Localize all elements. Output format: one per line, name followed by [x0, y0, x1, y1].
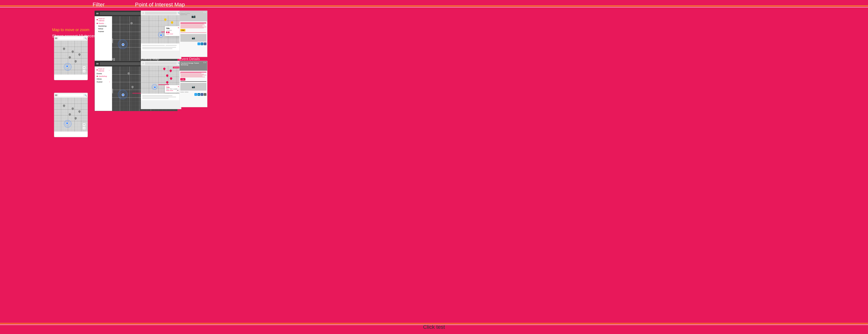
popup-title-upper: Title: [166, 27, 179, 29]
map-add-btn[interactable]: +: [176, 89, 180, 92]
filter-show-lower[interactable]: #show: [96, 78, 111, 80]
pink-pin-2[interactable]: [169, 69, 172, 72]
filter-career-lower[interactable]: #career ›: [96, 80, 111, 83]
search-icon-mobile: 🔍: [85, 37, 87, 39]
cite-btn-lower[interactable]: Cite: [180, 78, 185, 81]
cite-btn-upper[interactable]: Cite: [180, 29, 185, 31]
hamburger-map-lower[interactable]: [96, 63, 99, 65]
pink-pin-5[interactable]: [166, 81, 168, 84]
filter-career[interactable]: #career: [96, 30, 111, 33]
read-more-upper[interactable]: read more: [166, 33, 179, 35]
zoom-out[interactable]: −: [83, 69, 86, 73]
map-pin-5[interactable]: [74, 60, 77, 63]
lower-dark-pin-3[interactable]: [131, 86, 134, 88]
zoom-in[interactable]: +: [83, 66, 86, 69]
linkedin-icon-lower[interactable]: in: [197, 93, 200, 96]
lower-dark-pin-1[interactable]: [127, 72, 130, 75]
bottom-line-yellow: [0, 323, 868, 324]
user-loc-mobile-lower: [66, 122, 68, 124]
dark-pin-1[interactable]: [130, 22, 133, 25]
user-loc-dark-lower: [122, 93, 124, 96]
poi-map-label: Point of Interest Map: [135, 2, 185, 8]
info-action-icons-lower: ☷ ✕: [203, 62, 207, 63]
facebook-icon-upper[interactable]: f: [204, 43, 207, 45]
twitter-icon-upper[interactable]: t: [197, 43, 200, 45]
user-loc-dark: [122, 43, 124, 46]
info-small-image-lower: 📷: [180, 83, 207, 91]
lower-section-label-right: Event Details: [179, 57, 200, 61]
lower-mobile-pin-1[interactable]: [63, 105, 65, 107]
detail-panel-upper: 🔍 ✕ Title Location read more: [141, 10, 181, 59]
action-label-lower: Action: [180, 91, 184, 93]
search-icon-mobile-lower: 🔍: [85, 94, 87, 96]
detail-panel-lower: 🔍 workshop ✕ Title Date Time: [141, 61, 181, 109]
filter-label: Filter: [93, 2, 104, 8]
top-line-white: [0, 7, 868, 7]
action-label-2-lower: Action: [185, 91, 188, 93]
social-row-lower: t in f ...: [180, 93, 207, 96]
filter-poi[interactable]: Point of Interest: [96, 18, 111, 22]
collapse-panel-btn[interactable]: ‹: [112, 38, 113, 43]
zoom-in-lower[interactable]: +: [83, 123, 86, 126]
zoom-controls-mobile[interactable]: + −: [83, 66, 86, 73]
lower-section-label-left: Events listing: [94, 57, 115, 61]
mobile-wireframe-upper: 🔍 + −: [54, 36, 88, 80]
info-title-lower: Facebook Design Trainer Workshop: [181, 62, 206, 66]
twitter-icon-lower[interactable]: t: [194, 93, 197, 96]
popup-card-upper[interactable]: ✕ Title Location read more: [165, 26, 180, 36]
lower-mobile-pin-3[interactable]: [78, 110, 81, 113]
bottom-label: Click test: [423, 324, 445, 330]
social-row-upper: t in f: [180, 42, 207, 46]
filter-show[interactable]: #show: [96, 27, 111, 30]
lower-mobile-pin-4[interactable]: [69, 113, 71, 116]
info-panel-upper: 📷 Buggy Rolx Alpine Adfa ☷ ✕ Cite 📷 t in…: [179, 10, 207, 57]
top-line-orange: [0, 6, 868, 6]
zoom-out-lower[interactable]: −: [83, 127, 86, 130]
hamburger-mobile-lower[interactable]: [55, 94, 57, 96]
user-location-dot: [66, 65, 68, 67]
user-loc-detail: [160, 34, 162, 36]
collapse-panel-btn-lower[interactable]: ‹: [112, 89, 113, 93]
filter-poi-lower[interactable]: Point of Interest ⌄: [96, 67, 111, 72]
map-pin-1[interactable]: [63, 48, 65, 50]
filter-events[interactable]: Events ›: [96, 22, 111, 25]
yellow-pin-1[interactable]: [164, 18, 166, 21]
filter-events-lower[interactable]: Events: [96, 72, 111, 75]
hamburger-map-upper[interactable]: [96, 13, 99, 15]
popup-date: Date: [166, 88, 169, 90]
lower-section-label-mid: Events Map: [141, 57, 159, 61]
lower-mobile-pin-2[interactable]: [71, 107, 74, 110]
popup-location-upper: Location: [166, 29, 179, 31]
linkedin-icon-upper[interactable]: in: [200, 43, 203, 45]
map-pin-3[interactable]: [78, 53, 81, 56]
zoom-controls-mobile-lower[interactable]: + −: [83, 123, 86, 130]
popup-close-upper[interactable]: ✕: [178, 27, 179, 29]
info-panel-lower: Facebook Design Trainer Workshop ☷ ✕ Cit…: [179, 61, 207, 107]
extra-icon-lower[interactable]: ...: [204, 93, 207, 96]
hamburger-mobile-upper[interactable]: [55, 37, 57, 39]
pink-pin-3[interactable]: [166, 74, 168, 77]
info-title-upper: Buggy Rolx Alpine Adfa: [180, 11, 190, 15]
popup-title-lower: Title: [166, 86, 179, 88]
map-pin-2[interactable]: [71, 50, 74, 53]
info-action-icons: ☷ ✕: [203, 11, 207, 13]
popup-close-lower[interactable]: ✕: [178, 86, 179, 88]
lower-mobile-pin-5[interactable]: [74, 117, 77, 120]
filter-workshop[interactable]: #workshop: [96, 25, 111, 27]
workshop-badge-lower: workshop: [173, 67, 180, 68]
top-line-yellow: [0, 5, 868, 6]
facebook-icon-lower[interactable]: f: [200, 93, 203, 96]
filter-workshop-lower[interactable]: #workshop: [96, 75, 111, 78]
popup-time: Time: [169, 88, 173, 90]
user-loc-detail-lower: [154, 86, 156, 89]
pink-pin-1[interactable]: [163, 67, 165, 70]
mobile-wireframe-lower: 🔍 + −: [54, 93, 88, 137]
pink-pin-4[interactable]: [170, 77, 172, 80]
map-pin-4[interactable]: [69, 56, 71, 59]
yellow-pin-2[interactable]: [171, 21, 173, 24]
info-small-image-upper: 📷: [180, 34, 207, 42]
